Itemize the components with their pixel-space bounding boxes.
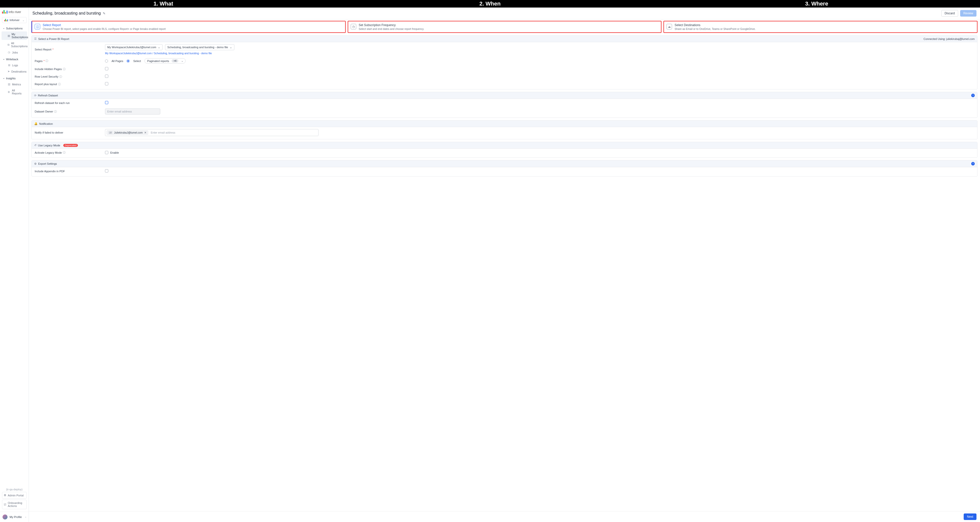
- report-plus-label: Report plus layout ⓘ: [35, 83, 100, 86]
- refresh-icon: ⟳: [34, 94, 37, 97]
- sidebar-item-destinations[interactable]: ➤Destinations: [2, 68, 27, 74]
- sidebar-item-all-reports[interactable]: 🗎All Reports: [2, 87, 27, 96]
- sidebar-item-metrics[interactable]: ▥Metrics: [2, 81, 27, 87]
- info-icon[interactable]: ⓘ: [59, 75, 62, 79]
- panel-title: Use Legacy Mode: [38, 144, 60, 147]
- info-icon[interactable]: ⓘ: [46, 59, 48, 63]
- workspace-select[interactable]: My Workspace/JuliekirubaJ@lumel.com: [105, 44, 162, 50]
- sidebar-item-my-subscriptions[interactable]: ▦My Subscriptions: [2, 32, 27, 40]
- logo-icon: [2, 10, 8, 14]
- sidebar: info river Inforiver ⌄ Subscriptions ▦My…: [0, 8, 29, 522]
- step-select-report[interactable]: ◫ Select Report Choose Power BI report, …: [32, 21, 346, 33]
- log-icon: ⊞: [8, 63, 11, 67]
- remove-chip-icon[interactable]: ✕: [144, 131, 146, 134]
- panel-title: Export Settings: [38, 162, 57, 165]
- panel-select-report: ☰ Select a Power BI Report Connected Usi…: [32, 35, 977, 89]
- refresh-each-checkbox[interactable]: [105, 101, 108, 104]
- panel-export-settings: ⚙ Export Settings ? Include Appendix in …: [32, 160, 977, 176]
- profile-menu[interactable]: My Profile ›: [0, 512, 29, 522]
- workspace-label: Inforiver: [10, 19, 20, 22]
- help-icon[interactable]: ?: [971, 162, 975, 165]
- info-icon[interactable]: ⓘ: [63, 151, 65, 154]
- sidebar-item-all-subscriptions[interactable]: ⧉All Subscriptions: [2, 40, 27, 49]
- panel-title: Notification: [39, 122, 53, 125]
- chevron-right-icon: ›: [25, 516, 26, 519]
- anno-when: 2. When: [326, 0, 653, 7]
- notify-email-text[interactable]: [150, 130, 317, 135]
- panel-title: Select a Power BI Report: [38, 37, 69, 40]
- info-icon[interactable]: ⓘ: [58, 83, 61, 86]
- pages-multiselect[interactable]: Paginated reports +4: [145, 58, 186, 63]
- radio-select-pages[interactable]: [127, 60, 130, 62]
- gear-icon: ⚙: [34, 162, 37, 165]
- help-icon[interactable]: ?: [971, 94, 975, 97]
- panel-title: Refresh Dataset: [38, 94, 58, 97]
- profile-label: My Profile: [10, 516, 22, 519]
- panel-notification: 🔔 Notification Notify if failed to deliv…: [32, 120, 977, 140]
- nav-section-insights[interactable]: Insights: [0, 75, 29, 81]
- chip-initials: JJ: [108, 131, 113, 134]
- history-icon: ↺: [34, 144, 37, 147]
- info-icon[interactable]: ⓘ: [54, 110, 57, 114]
- discard-button[interactable]: Discard: [941, 10, 958, 17]
- report-path-link[interactable]: My Workspace/JuliekirubaJ@lumel.com / Sc…: [105, 52, 974, 55]
- email-chip: JJ JuliekirubaJ@lumel.com ✕: [107, 130, 148, 135]
- clock-icon: ◷: [351, 24, 356, 29]
- step-select-destinations[interactable]: ☁ Select Destinations Share as Email or …: [663, 21, 977, 33]
- step-desc: Choose Power BI report, select pages and…: [43, 27, 165, 30]
- step-title: Set Subscription Frequency: [359, 23, 424, 27]
- sidebar-item-jobs[interactable]: ◷Jobs: [2, 49, 27, 55]
- rls-checkbox[interactable]: [105, 75, 108, 78]
- page-count-badge: +4: [172, 59, 178, 62]
- step-set-frequency[interactable]: ◷ Set Subscription Frequency Select star…: [348, 21, 662, 33]
- admin-portal-link[interactable]: ⚙Admin Portal: [2, 492, 27, 499]
- enable-label: Enable: [110, 151, 119, 154]
- onboarding-actions-link[interactable]: ☑Onboarding Actions: [2, 500, 27, 509]
- panel-legacy-mode: ↺ Use Legacy Mode Deprecated Activate Le…: [32, 142, 977, 158]
- step-desc: Share as Email or to OneDrive, Teams or …: [675, 27, 756, 30]
- deprecated-badge: Deprecated: [63, 144, 78, 147]
- nav-section-subscriptions[interactable]: Subscriptions: [0, 25, 29, 31]
- report-plus-checkbox[interactable]: [105, 82, 108, 86]
- activate-legacy-label: Activate Legacy Mode ⓘ: [35, 151, 100, 154]
- report-select[interactable]: Scheduling, broadcasting and bursting - …: [165, 44, 234, 50]
- checklist-icon: ☑: [4, 503, 6, 506]
- review-button[interactable]: Review: [960, 10, 977, 17]
- next-button[interactable]: Next: [964, 514, 977, 520]
- select-label: Select: [133, 60, 141, 62]
- logo-text: info river: [8, 10, 21, 14]
- report-icon: ◫: [35, 24, 40, 29]
- notify-email-input[interactable]: JJ JuliekirubaJ@lumel.com ✕: [105, 129, 318, 136]
- workspace-dropdown[interactable]: Inforiver ⌄: [2, 17, 27, 23]
- bookmark-icon: ☰: [34, 37, 37, 40]
- bell-icon: 🔔: [34, 122, 38, 125]
- page-header: Scheduling, broadcasting and bursting ✎ …: [29, 8, 980, 19]
- select-report-label: Select Report*: [35, 48, 100, 51]
- chevron-down-icon: ⌄: [22, 19, 24, 22]
- page-title: Scheduling, broadcasting and bursting: [32, 11, 101, 16]
- dataset-owner-input[interactable]: [105, 108, 160, 114]
- nav-section-writeback[interactable]: Writeback: [0, 56, 29, 62]
- info-icon[interactable]: ⓘ: [63, 67, 65, 71]
- radio-all-pages[interactable]: [105, 60, 108, 62]
- rls-label: Row Level Security ⓘ: [35, 75, 100, 79]
- hidden-pages-label: Include Hidden Pages ⓘ: [35, 67, 100, 71]
- annotation-bar: 1. What 2. When 3. Where: [0, 0, 980, 8]
- avatar: [3, 514, 8, 519]
- chip-email: JuliekirubaJ@lumel.com: [114, 131, 143, 134]
- pages-label: Pages* ⓘ: [35, 59, 100, 63]
- footer-bar: Next: [29, 511, 980, 522]
- sidebar-item-logs[interactable]: ⊞Logs: [2, 62, 27, 68]
- step-title: Select Report: [43, 23, 165, 27]
- user-gear-icon: ⚙: [4, 493, 6, 497]
- hidden-pages-checkbox[interactable]: [105, 67, 108, 70]
- edit-title-icon[interactable]: ✎: [103, 11, 105, 15]
- list-icon: ▦: [8, 34, 10, 37]
- appendix-checkbox[interactable]: [105, 169, 108, 173]
- anno-where: 3. Where: [654, 0, 980, 7]
- connected-using: Connected Using: juliekirubaj@lumel.com: [923, 37, 975, 40]
- anno-what: 1. What: [0, 0, 326, 7]
- step-title: Select Destinations: [675, 23, 756, 27]
- legacy-enable-checkbox[interactable]: [105, 151, 108, 154]
- logo: info river: [0, 8, 29, 16]
